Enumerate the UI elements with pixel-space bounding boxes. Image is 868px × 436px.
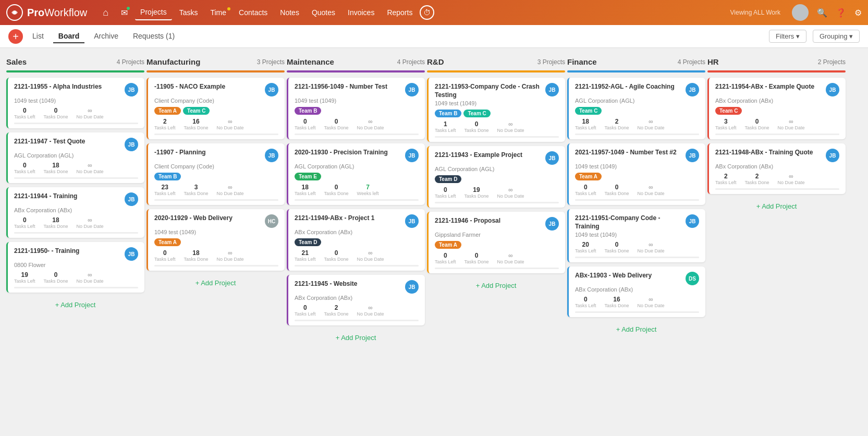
nav-tasks[interactable]: Tasks <box>174 5 203 20</box>
card-avatar[interactable]: JB <box>125 247 138 261</box>
team-tag[interactable]: Team A <box>154 238 181 246</box>
filters-button[interactable]: Filters ▾ <box>769 30 806 43</box>
card-avatar[interactable]: JB <box>405 83 419 96</box>
add-project-button[interactable]: + Add Project <box>146 275 285 291</box>
team-tag[interactable]: Team C <box>463 110 490 117</box>
settings-icon[interactable]: ⚙ <box>854 8 862 18</box>
card-avatar[interactable]: JB <box>545 151 559 165</box>
card-avatar[interactable]: JB <box>265 149 278 162</box>
project-card[interactable]: 2121-11948-ABx - Training Quote JB ABx C… <box>707 143 846 194</box>
stat-tasks-done: 0 Tasks Done <box>324 184 349 196</box>
logo[interactable]: ProWorkflow <box>6 4 87 21</box>
card-avatar[interactable]: HC <box>265 214 278 228</box>
add-project-button[interactable]: + Add Project <box>707 198 846 214</box>
nav-notes[interactable]: Notes <box>275 5 304 20</box>
project-card[interactable]: 2020-11929 - Web Delivery HC 1049 test (… <box>146 209 285 271</box>
team-tag[interactable]: Team A <box>575 173 602 180</box>
add-project-button[interactable]: + <box>8 29 23 44</box>
card-avatar[interactable]: JB <box>826 149 839 162</box>
card-client: 1049 test (1049) <box>14 98 138 104</box>
no-due-label: No Due Date <box>778 180 805 185</box>
project-card[interactable]: -11907 - Planning JB Client Company (Cod… <box>146 143 285 205</box>
no-due-value: ∞ <box>649 118 653 125</box>
grouping-button[interactable]: Grouping ▾ <box>813 30 860 43</box>
card-avatar[interactable]: JB <box>405 280 419 294</box>
team-tag[interactable]: Team E <box>295 173 321 180</box>
add-project-button[interactable]: + Add Project <box>287 330 425 346</box>
tasks-done-value: 3 <box>194 184 198 191</box>
search-icon[interactable]: 🔍 <box>817 8 827 18</box>
card-avatar[interactable]: JB <box>265 83 278 96</box>
team-tag[interactable]: Team B <box>295 107 321 115</box>
team-tag[interactable]: Team D <box>435 175 461 183</box>
column-count-1: 3 Projects <box>257 58 285 66</box>
card-avatar[interactable]: JB <box>686 214 699 228</box>
card-client: 1049 test (1049) <box>575 163 699 169</box>
card-avatar[interactable]: JB <box>405 214 419 228</box>
team-tag[interactable]: Team C <box>183 107 210 115</box>
project-card[interactable]: 2121-11946 - Proposal JB Gippsland Farme… <box>427 212 565 273</box>
tasks-done-label: Tasks Done <box>605 248 629 253</box>
card-avatar[interactable]: JB <box>826 83 839 96</box>
project-card[interactable]: 2121-11949-ABx - Project 1 JB ABx Corpor… <box>287 209 425 271</box>
project-card[interactable]: 2121-11944 - Training JB ABx Corporation… <box>6 187 144 238</box>
team-tag[interactable]: Team B <box>154 173 181 180</box>
nav-contacts[interactable]: Contacts <box>234 5 273 20</box>
project-card[interactable]: 2021-11957-1049 - Number Test #2 JB 1049… <box>567 143 705 205</box>
project-card[interactable]: 2121-11954-ABx - Example Quote JB ABx Co… <box>707 78 846 139</box>
card-avatar[interactable]: JB <box>686 83 699 96</box>
project-card[interactable]: ABx-11903 - Web Delivery DS ABx Corporat… <box>567 267 705 317</box>
project-card[interactable]: 2121-11951-Company Code - Training JB 10… <box>567 209 705 262</box>
board-column-1: Manufacturing 3 Projects -11905 - NACO E… <box>146 54 285 426</box>
card-avatar[interactable]: JB <box>125 192 138 206</box>
team-tag[interactable]: Team A <box>154 107 181 115</box>
no-due-label: No Due Date <box>778 125 805 130</box>
nav-quotes[interactable]: Quotes <box>307 5 340 20</box>
sub-nav: + List Board Archive Requests (1) Filter… <box>0 25 868 48</box>
stat-tasks-left: 0 Tasks Left <box>295 118 316 130</box>
team-tag[interactable]: Team A <box>435 241 461 249</box>
user-avatar-top[interactable] <box>792 4 809 21</box>
project-card[interactable]: 2121-11943 - Example Project JB AGL Corp… <box>427 146 565 208</box>
nav-projects[interactable]: Projects <box>135 5 172 20</box>
card-avatar[interactable]: JB <box>405 149 419 162</box>
project-card[interactable]: 2121-11956-1049 - Number Test JB 1049 te… <box>287 78 425 139</box>
card-avatar[interactable]: JB <box>125 83 138 96</box>
team-tag[interactable]: Team C <box>575 107 602 115</box>
project-card[interactable]: 2121-11950- - Training JB 0800 Flower 19… <box>6 242 144 293</box>
add-project-button[interactable]: + Add Project <box>567 321 705 337</box>
column-title-1: Manufacturing <box>146 57 200 66</box>
card-client: ABx Corporation (ABx) <box>295 229 419 235</box>
nav-reports[interactable]: Reports <box>382 5 418 20</box>
project-card[interactable]: -11905 - NACO Example JB Client Company … <box>146 78 285 139</box>
card-avatar[interactable]: JB <box>545 217 559 231</box>
project-card[interactable]: 2121-11953-Company Code - Crash Testing … <box>427 78 565 142</box>
project-card[interactable]: 2121-11945 - Website JB ABx Corporation … <box>287 275 425 325</box>
project-card[interactable]: 2121-11947 - Test Quote JB AGL Corporati… <box>6 132 144 183</box>
subnav-board[interactable]: Board <box>53 30 84 43</box>
add-project-button[interactable]: + Add Project <box>427 277 565 294</box>
card-avatar[interactable]: JB <box>686 149 699 162</box>
subnav-archive[interactable]: Archive <box>89 30 124 43</box>
nav-home[interactable]: ⌂ <box>97 4 114 21</box>
team-tag[interactable]: Team B <box>435 110 461 117</box>
team-tag[interactable]: Team D <box>295 238 321 246</box>
nav-time[interactable]: Time <box>205 5 231 20</box>
nav-links: ⌂ ✉ Projects Tasks Time Contacts Notes Q… <box>97 4 730 21</box>
project-card[interactable]: 2020-11930 - Precision Training JB AGL C… <box>287 143 425 205</box>
card-client: ABx Corporation (ABx) <box>715 163 839 169</box>
add-project-button[interactable]: + Add Project <box>6 297 144 313</box>
team-tag[interactable]: Team C <box>715 107 742 115</box>
project-card[interactable]: 2121-11955 - Alpha Industries JB 1049 te… <box>6 78 144 128</box>
nav-clock-icon[interactable]: ⏱ <box>420 5 434 20</box>
card-avatar[interactable]: JB <box>545 83 559 96</box>
nav-mail[interactable]: ✉ <box>116 5 133 21</box>
project-card[interactable]: 2121-11952-AGL - Agile Coaching JB AGL C… <box>567 78 705 139</box>
nav-invoices[interactable]: Invoices <box>343 5 380 20</box>
help-icon[interactable]: ❓ <box>836 8 846 18</box>
subnav-list[interactable]: List <box>27 30 49 43</box>
subnav-requests[interactable]: Requests (1) <box>128 30 180 43</box>
card-avatar[interactable]: JB <box>125 138 138 151</box>
tasks-done-label: Tasks Done <box>44 169 68 174</box>
card-avatar[interactable]: DS <box>686 272 699 285</box>
